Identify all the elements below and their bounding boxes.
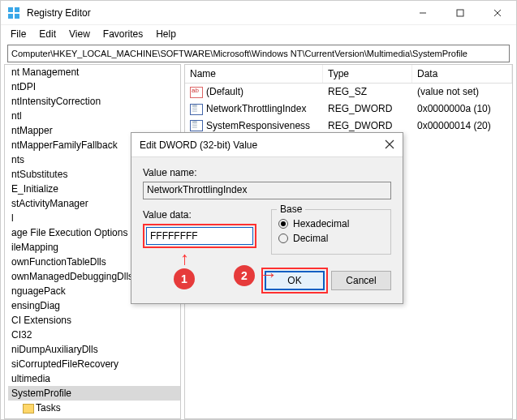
tree-item[interactable]: CI32	[8, 328, 180, 342]
menubar: File Edit View Favorites Help	[1, 25, 516, 43]
cancel-button[interactable]: Cancel	[331, 271, 391, 290]
radio-dot-icon	[278, 219, 288, 229]
svg-rect-1	[15, 7, 19, 12]
base-group: Base Hexadecimal Decimal	[271, 209, 391, 255]
radio-dot-icon	[278, 234, 288, 243]
tree-item[interactable]: ultimedia	[8, 371, 180, 386]
tree-item[interactable]: niDumpAuxiliaryDlls	[8, 342, 180, 357]
value-data-label: Value data:	[143, 209, 256, 221]
menu-file[interactable]: File	[4, 27, 32, 41]
tree-item[interactable]: ntDPI	[8, 79, 180, 94]
radio-decimal[interactable]: Decimal	[278, 233, 384, 244]
value-icon	[190, 87, 203, 98]
radio-hexadecimal[interactable]: Hexadecimal	[278, 218, 384, 229]
svg-rect-2	[8, 14, 13, 19]
tree-item[interactable]: ntIntensityCorrection	[8, 94, 180, 109]
value-icon	[190, 104, 203, 115]
folder-icon	[23, 404, 34, 414]
svg-rect-5	[457, 10, 463, 16]
list-header: Name Type Data	[185, 65, 512, 84]
list-row[interactable]: NetworkThrottlingIndexREG_DWORD0x0000000…	[185, 101, 512, 118]
regedit-icon	[7, 6, 20, 19]
menu-help[interactable]: Help	[149, 27, 183, 41]
tree-item[interactable]: CI Extensions	[8, 313, 180, 328]
menu-favorites[interactable]: Favorites	[97, 27, 149, 41]
value-name-label: Value name:	[143, 167, 391, 178]
col-data[interactable]: Data	[412, 65, 512, 83]
titlebar: Registry Editor	[1, 1, 516, 25]
col-name[interactable]: Name	[185, 65, 323, 83]
window-title: Registry Editor	[27, 7, 91, 19]
dialog-close-button[interactable]	[385, 139, 394, 152]
value-icon	[190, 120, 203, 131]
value-data-input[interactable]	[146, 227, 253, 245]
tree-item-selected[interactable]: SystemProfile	[8, 386, 180, 401]
annotation-badge-2: 2	[234, 265, 255, 286]
close-button[interactable]	[479, 1, 516, 25]
dialog-title: Edit DWORD (32-bit) Value	[140, 139, 257, 151]
tree-item[interactable]: nt Management	[8, 65, 180, 79]
base-legend: Base	[277, 204, 305, 215]
annotation-arrow-right-icon: →	[260, 264, 278, 285]
maximize-button[interactable]	[442, 1, 479, 25]
tree-item[interactable]: ntl	[8, 109, 180, 123]
menu-edit[interactable]: Edit	[32, 27, 62, 41]
svg-rect-3	[15, 14, 19, 19]
menu-view[interactable]: View	[62, 27, 97, 41]
svg-rect-0	[8, 7, 13, 12]
address-text: Computer\HKEY_LOCAL_MACHINE\SOFTWARE\Mic…	[11, 49, 467, 58]
annotation-badge-1: 1	[174, 268, 195, 289]
col-type[interactable]: Type	[323, 65, 412, 83]
minimize-button[interactable]	[404, 1, 442, 25]
tree-item[interactable]: Tasks	[8, 401, 180, 415]
annotation-box-1	[143, 224, 256, 248]
value-name-field: NetworkThrottlingIndex	[143, 182, 391, 199]
list-row[interactable]: (Default)REG_SZ(value not set)	[185, 84, 512, 101]
annotation-arrow-up-icon: ↑	[180, 248, 189, 269]
tree-item[interactable]: siCorruptedFileRecovery	[8, 357, 180, 371]
address-bar[interactable]: Computer\HKEY_LOCAL_MACHINE\SOFTWARE\Mic…	[7, 45, 510, 62]
